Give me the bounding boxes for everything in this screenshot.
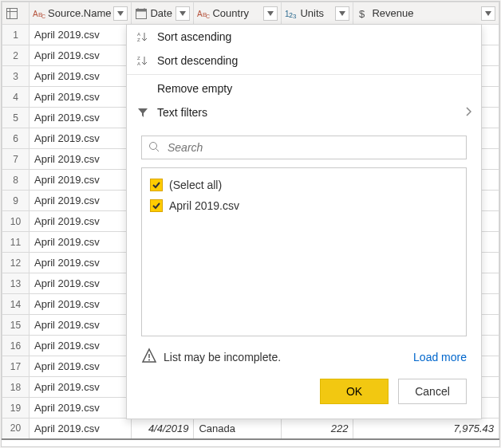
svg-text:Z: Z (137, 37, 140, 42)
row-number-cell: 4 (2, 87, 30, 108)
incomplete-warning-row: List may be incomplete. Load more (127, 336, 481, 374)
search-input[interactable] (166, 140, 460, 155)
filter-dropdown-icon[interactable] (113, 6, 128, 21)
chevron-right-icon (465, 107, 471, 119)
svg-text:A: A (137, 32, 140, 37)
source-name-cell: April 2019.csv (30, 377, 132, 398)
col-label: Units (300, 7, 333, 19)
col-date[interactable]: Date (132, 2, 194, 25)
svg-text:Z: Z (137, 56, 140, 61)
source-name-cell: April 2019.csv (30, 191, 132, 211)
units-cell: 222 (282, 419, 353, 439)
row-number-cell: 14 (2, 294, 30, 315)
source-name-cell: April 2019.csv (30, 419, 132, 439)
source-name-cell: April 2019.csv (30, 45, 132, 66)
text-type-icon: ABC (33, 7, 45, 20)
text-filters-item[interactable]: Text filters (127, 100, 481, 124)
svg-point-21 (150, 142, 157, 149)
source-name-cell: April 2019.csv (30, 128, 132, 149)
source-name-cell: April 2019.csv (30, 356, 132, 377)
source-name-cell: April 2019.csv (30, 108, 132, 128)
source-name-cell: April 2019.csv (30, 232, 132, 253)
table-icon (6, 7, 18, 20)
row-number-cell: 6 (2, 128, 30, 149)
currency-type-icon: $ (357, 7, 369, 20)
remove-empty-item[interactable]: Remove empty (127, 77, 481, 100)
source-name-cell: April 2019.csv (30, 336, 132, 356)
row-number-cell: 15 (2, 315, 30, 336)
menu-label: Text filters (157, 106, 457, 119)
menu-label: Remove empty (157, 82, 471, 95)
svg-point-24 (148, 360, 150, 361)
cancel-button[interactable]: Cancel (398, 379, 467, 404)
svg-text:$: $ (359, 8, 365, 19)
load-more-link[interactable]: Load more (413, 351, 467, 364)
row-number-cell: 12 (2, 253, 30, 273)
svg-text:C: C (206, 14, 210, 19)
sort-asc-icon: AZ (136, 31, 149, 42)
source-name-cell: April 2019.csv (30, 253, 132, 273)
row-number-cell: 20 (2, 419, 30, 439)
svg-text:3: 3 (293, 13, 297, 19)
filter-dropdown-icon[interactable] (176, 6, 190, 21)
menu-separator (127, 74, 481, 75)
select-all-row[interactable]: (Select all) (150, 175, 458, 195)
ok-button[interactable]: OK (320, 379, 389, 404)
svg-line-22 (156, 148, 160, 151)
col-label: Country (212, 7, 261, 19)
row-number-cell: 8 (2, 170, 30, 191)
button-label: Cancel (415, 385, 450, 398)
source-name-cell: April 2019.csv (30, 315, 132, 336)
col-source-name[interactable]: ABC Source.Name (30, 2, 132, 25)
svg-text:A: A (137, 61, 140, 66)
row-number-cell: 17 (2, 356, 30, 377)
row-number-cell: 10 (2, 211, 30, 232)
select-all-label: (Select all) (169, 179, 222, 191)
filter-dropdown-icon[interactable] (263, 6, 278, 21)
row-number-cell: 2 (2, 45, 30, 66)
source-name-cell: April 2019.csv (30, 398, 132, 419)
svg-text:C: C (41, 14, 45, 19)
funnel-icon (136, 107, 149, 118)
row-number-cell: 16 (2, 336, 30, 356)
source-name-cell: April 2019.csv (30, 294, 132, 315)
filter-value-row[interactable]: April 2019.csv (150, 195, 458, 216)
sort-desc-icon: ZA (136, 55, 149, 66)
row-number-cell: 1 (2, 25, 30, 45)
country-cell: Canada (194, 419, 282, 439)
svg-text:A: A (33, 10, 38, 18)
source-name-cell: April 2019.csv (30, 66, 132, 87)
source-name-cell: April 2019.csv (30, 211, 132, 232)
sort-ascending-item[interactable]: AZ Sort ascending (127, 25, 481, 49)
col-revenue[interactable]: $ Revenue (353, 2, 499, 25)
checkbox-checked-icon[interactable] (150, 199, 163, 212)
filter-search-box[interactable] (141, 136, 467, 159)
col-country[interactable]: ABC Country (194, 2, 282, 25)
row-number-cell: 9 (2, 191, 30, 211)
revenue-cell: 7,975.43 (353, 419, 499, 439)
row-number-cell: 11 (2, 232, 30, 253)
row-number-cell: 19 (2, 398, 30, 419)
row-number-cell: 13 (2, 273, 30, 294)
date-type-icon (135, 7, 148, 20)
filter-dropdown-icon[interactable] (481, 6, 495, 21)
col-label: Revenue (372, 7, 479, 19)
svg-rect-7 (136, 9, 147, 11)
row-number-cell: 18 (2, 377, 30, 398)
checkbox-checked-icon[interactable] (150, 179, 163, 191)
row-number-header (2, 2, 30, 25)
filter-value-label: April 2019.csv (169, 199, 239, 212)
number-type-icon: 123 (285, 7, 298, 20)
sort-descending-item[interactable]: ZA Sort descending (127, 49, 481, 73)
source-name-cell: April 2019.csv (30, 170, 132, 191)
column-filter-panel: AZ Sort ascending ZA Sort descending Rem… (126, 24, 482, 419)
button-label: OK (346, 385, 362, 398)
svg-rect-0 (7, 8, 18, 18)
col-label: Source.Name (48, 7, 111, 19)
text-type-icon: ABC (197, 7, 210, 20)
table-row[interactable]: 20April 2019.csv4/4/2019Canada2227,975.4… (2, 419, 499, 439)
col-units[interactable]: 123 Units (282, 2, 353, 25)
filter-dropdown-icon[interactable] (335, 6, 349, 21)
menu-label: Sort descending (157, 54, 471, 67)
warning-text: List may be incomplete. (164, 351, 281, 364)
